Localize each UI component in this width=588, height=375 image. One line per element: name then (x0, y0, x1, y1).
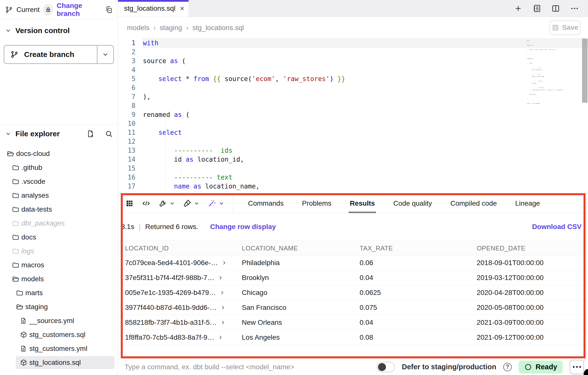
file-tree-item-docs-cloud[interactable]: docs-cloud (0, 147, 118, 161)
save-button[interactable]: Save (549, 20, 581, 35)
create-branch-button[interactable]: Create branch (4, 45, 114, 64)
panel-tab-problems[interactable]: Problems (301, 194, 332, 213)
code-line[interactable]: 8 (118, 101, 588, 110)
file-icon (20, 345, 27, 352)
expand-cell-icon[interactable] (220, 305, 226, 310)
file-tree-item-stg-customers-yml[interactable]: stg_customers.yml (0, 342, 118, 356)
editor-scrollbar[interactable] (582, 39, 588, 103)
file-tree-item-staging[interactable]: staging (0, 300, 118, 314)
panel-tab-lineage[interactable]: Lineage (514, 194, 541, 213)
code-line[interactable]: 17 name as location_name, (118, 182, 588, 191)
create-branch-main[interactable]: Create branch (4, 46, 97, 63)
panel-tab-commands[interactable]: Commands (247, 194, 285, 213)
line-number: 17 (118, 182, 143, 191)
file-tree-item-stg-customers-sql[interactable]: stg_customers.sql (0, 328, 118, 342)
column-header-opened_date[interactable]: OPENED_DATE (477, 241, 586, 256)
code-icon[interactable] (141, 199, 151, 208)
results-grid-icon[interactable] (125, 199, 134, 208)
breadcrumb-file[interactable]: stg_locations.sql (192, 24, 244, 32)
editor-tab-stg-locations[interactable]: stg_locations.sql × (118, 0, 189, 17)
code-line[interactable]: 13 ---------- ids (118, 146, 588, 155)
panel-tab-code-quality[interactable]: Code quality (392, 194, 433, 213)
more-menu-button[interactable] (570, 360, 584, 374)
expand-cell-icon[interactable] (218, 275, 223, 281)
build-tools-dropdown[interactable] (158, 199, 175, 208)
panel-tab-results[interactable]: Results (349, 194, 376, 213)
expand-cell-icon[interactable] (218, 335, 223, 340)
breadcrumb-models[interactable]: models (127, 24, 149, 32)
code-line[interactable]: 7), (118, 92, 588, 101)
table-row[interactable]: 858218fb-73f7-4b1b-a31f-5…New Orleans0.0… (118, 315, 588, 330)
code-editor[interactable]: 1with23source as (45 select * from {{ so… (118, 39, 588, 193)
code-line[interactable]: 2 (118, 47, 588, 56)
line-number: 7 (118, 92, 143, 101)
panel-tab-compiled-code[interactable]: Compiled code (449, 194, 498, 213)
expand-cell-icon[interactable] (220, 320, 226, 325)
table-cell: 0.04 (360, 270, 471, 285)
file-tree-item--github[interactable]: .github (0, 161, 118, 175)
file-tree-item--sources-yml[interactable]: __sources.yml (0, 314, 118, 328)
expand-cell-icon[interactable] (221, 260, 227, 266)
table-cell: Chicago (242, 285, 354, 300)
code-line[interactable]: 4 (118, 65, 588, 74)
file-tree-item-docs[interactable]: docs (0, 230, 118, 244)
code-line[interactable]: 11 select (118, 128, 588, 137)
column-header-location_id[interactable]: LOCATION_ID (125, 241, 237, 256)
line-number: 16 (118, 173, 143, 182)
command-input[interactable] (125, 363, 370, 371)
file-tree-item-logs[interactable]: logs (0, 244, 118, 258)
ai-assist-dropdown[interactable] (207, 199, 224, 208)
expand-cell-icon[interactable] (219, 290, 225, 295)
code-line[interactable]: 14 id as location_id, (118, 155, 588, 164)
file-tree-item-macros[interactable]: macros (0, 258, 118, 272)
code-line[interactable]: 16 ---------- text (118, 173, 588, 182)
more-options-icon[interactable] (570, 4, 579, 13)
new-file-icon[interactable] (86, 130, 94, 138)
code-line[interactable]: 15 (118, 164, 588, 173)
search-icon[interactable] (105, 130, 113, 138)
file-tree-item--vscode[interactable]: .vscode (0, 175, 118, 188)
file-tree-item-models[interactable]: models (0, 272, 118, 286)
code-line[interactable]: 6 (118, 83, 588, 92)
code-line[interactable]: 1with (118, 39, 588, 47)
results-panel: CommandsProblemsResultsCode qualityCompi… (118, 193, 588, 359)
indent-guide (166, 119, 166, 191)
breadcrumb-staging[interactable]: staging (160, 24, 182, 32)
code-line[interactable]: 3source as ( (118, 56, 588, 65)
file-tree-item-data-tests[interactable]: data-tests (0, 202, 118, 216)
change-branch-link[interactable]: Change branch (57, 2, 101, 18)
table-row[interactable]: 005e7e1c-1935-4269-b479…Chicago0.0625202… (118, 285, 588, 300)
chevron-down-icon[interactable] (5, 27, 11, 34)
download-csv-link[interactable]: Download CSV (532, 223, 582, 231)
file-tree-item-dbt-packages[interactable]: dbt_packages (0, 216, 118, 230)
code-line[interactable]: 5 select * from {{ source('ecom', 'raw_s… (118, 74, 588, 83)
create-branch-dropdown[interactable] (97, 46, 113, 63)
table-row[interactable]: 1f8ffa70-7cb5-4d83-8a7f-9…Los Angeles0.0… (118, 330, 588, 345)
notebook-icon[interactable] (532, 4, 541, 13)
file-explorer-header: File explorer (0, 127, 118, 141)
file-tree-item-marts[interactable]: marts (0, 286, 118, 300)
new-tab-icon[interactable] (514, 4, 522, 13)
column-header-location_name[interactable]: LOCATION_NAME (242, 241, 354, 256)
split-editor-icon[interactable] (551, 4, 560, 13)
chevron-down-icon[interactable] (5, 131, 11, 137)
ready-status-badge[interactable]: Ready (519, 361, 563, 374)
file-tree-item-label: stg_locations.sql (29, 359, 81, 367)
code-line[interactable]: 12 (118, 137, 588, 146)
close-tab-icon[interactable]: × (180, 5, 184, 12)
code-line[interactable]: 10 (118, 119, 588, 128)
file-tree-item-stg-locations-sql[interactable]: stg_locations.sql (0, 356, 118, 370)
table-row[interactable]: 37e5f311-b7f4-4f2f-988b-7…Brooklyn0.0420… (118, 270, 588, 285)
code-line[interactable]: 9renamed as ( (118, 110, 588, 119)
change-row-display-link[interactable]: Change row display (210, 223, 276, 231)
minimap[interactable]: with source as ( select * from {{ source… (527, 40, 563, 109)
table-row[interactable]: 7c079cea-5ed4-4101-906e-…Philadelphia0.0… (118, 255, 588, 270)
format-dropdown[interactable] (183, 199, 200, 208)
column-header-tax_rate[interactable]: TAX_RATE (360, 241, 471, 256)
help-icon[interactable]: ? (503, 363, 512, 371)
table-cell: San Francisco (242, 300, 354, 315)
table-row[interactable]: 3977f440-b87d-461b-9dd6-…San Francisco0.… (118, 300, 588, 315)
file-tree-item-analyses[interactable]: analyses (0, 188, 118, 202)
copy-icon[interactable] (105, 6, 113, 14)
defer-toggle[interactable] (377, 362, 395, 372)
